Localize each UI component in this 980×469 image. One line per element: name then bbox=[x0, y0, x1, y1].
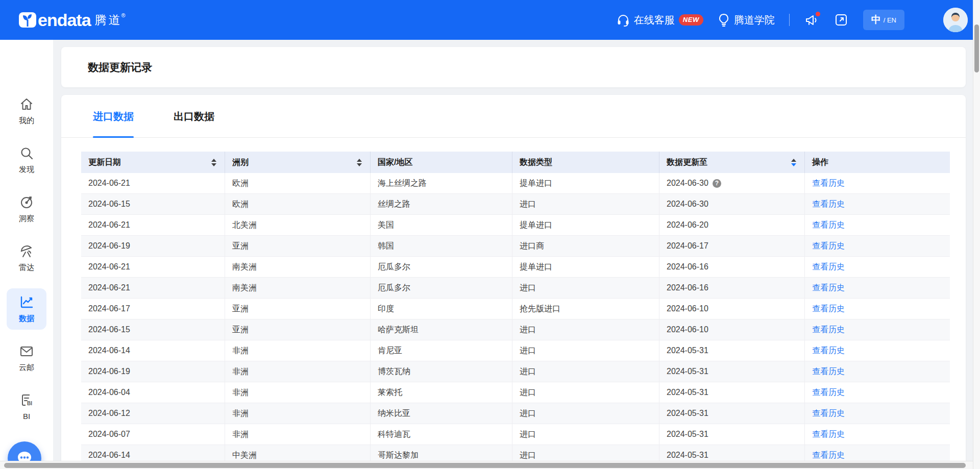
cell-text: 肯尼亚 bbox=[378, 345, 402, 356]
sort-arrows[interactable] bbox=[211, 159, 216, 166]
sidebar-item-我的[interactable]: 我的 bbox=[7, 97, 46, 126]
cell-text: 进口 bbox=[520, 283, 536, 293]
sidebar-item-云邮[interactable]: 云邮 bbox=[7, 344, 46, 373]
tab-export-data[interactable]: 出口数据 bbox=[174, 95, 214, 138]
view-history-link[interactable]: 查看历史 bbox=[812, 450, 845, 461]
cell-continent: 亚洲 bbox=[225, 319, 371, 340]
view-history-link[interactable]: 查看历史 bbox=[812, 429, 845, 440]
cell-text: 2024-06-16 bbox=[667, 283, 708, 292]
sidebar-item-label: 发现 bbox=[7, 165, 46, 175]
help-tooltip-icon[interactable]: ? bbox=[713, 179, 721, 188]
cell-text: 南美洲 bbox=[232, 262, 257, 273]
view-history-link[interactable]: 查看历史 bbox=[812, 366, 845, 377]
headset-icon bbox=[617, 13, 630, 27]
view-history-link[interactable]: 查看历史 bbox=[812, 408, 845, 419]
column-header-数据类型: 数据类型 bbox=[512, 152, 659, 173]
cell-data-type: 进口 bbox=[512, 340, 659, 361]
announcement-button[interactable] bbox=[804, 12, 819, 28]
cell-text: 亚洲 bbox=[232, 241, 249, 252]
cell-update-date: 2024-06-15 bbox=[81, 194, 225, 214]
cell-continent: 非洲 bbox=[225, 340, 371, 361]
table-row: 2024-06-21南美洲厄瓜多尔提单进口2024-06-16查看历史 bbox=[81, 257, 950, 278]
language-toggle[interactable]: 中 / EN bbox=[863, 10, 904, 30]
cell-action: 查看历史 bbox=[805, 403, 950, 424]
cell-text: 厄瓜多尔 bbox=[378, 283, 410, 293]
horizontal-scrollbar-thumb[interactable] bbox=[4, 463, 966, 468]
cell-updated-to: 2024-06-16 bbox=[659, 257, 805, 277]
cell-text: 亚洲 bbox=[232, 304, 249, 314]
view-history-link[interactable]: 查看历史 bbox=[812, 178, 845, 189]
sidebar-item-数据[interactable]: 数据 bbox=[7, 288, 46, 330]
sidebar-item-label: 数据 bbox=[7, 314, 46, 324]
cell-text: 科特迪瓦 bbox=[378, 429, 410, 440]
cell-text: 进口 bbox=[520, 325, 536, 335]
online-service-nav[interactable]: 在线客服 NEW bbox=[617, 13, 703, 27]
view-history-link[interactable]: 查看历史 bbox=[812, 387, 845, 398]
column-header-数据更新至[interactable]: 数据更新至 bbox=[659, 152, 805, 173]
column-header-label: 操作 bbox=[812, 157, 828, 168]
view-history-link[interactable]: 查看历史 bbox=[812, 304, 845, 314]
tendata-logo[interactable]: endata 腾道® bbox=[18, 0, 128, 40]
language-zh: 中 bbox=[871, 13, 881, 27]
cell-updated-to: 2024-05-31 bbox=[659, 403, 805, 424]
cell-text: 2024-06-30 bbox=[667, 200, 708, 209]
cell-text: 提单进口 bbox=[520, 178, 552, 189]
sidebar-item-发现[interactable]: 发现 bbox=[7, 146, 46, 175]
cell-action: 查看历史 bbox=[805, 215, 950, 235]
view-history-link[interactable]: 查看历史 bbox=[812, 220, 845, 231]
tendata-logo-icon bbox=[18, 11, 37, 29]
cell-text: 2024-06-07 bbox=[88, 430, 130, 439]
cell-text: 南美洲 bbox=[232, 283, 257, 293]
cell-continent: 亚洲 bbox=[225, 299, 371, 319]
sidebar-item-label: 我的 bbox=[7, 116, 46, 126]
view-history-link[interactable]: 查看历史 bbox=[812, 262, 845, 273]
data-records-card: 进口数据 出口数据 更新日期洲别国家/地区数据类型数据更新至操作 2024-06… bbox=[61, 95, 966, 469]
column-header-更新日期[interactable]: 更新日期 bbox=[81, 152, 225, 173]
user-avatar[interactable] bbox=[943, 8, 968, 32]
table-row: 2024-06-14非洲肯尼亚进口2024-05-31查看历史 bbox=[81, 340, 950, 361]
sort-arrows[interactable] bbox=[791, 159, 796, 166]
cell-update-date: 2024-06-14 bbox=[81, 340, 225, 361]
view-history-link[interactable]: 查看历史 bbox=[812, 199, 845, 210]
cell-updated-to: 2024-05-31 bbox=[659, 340, 805, 361]
column-header-洲别[interactable]: 洲别 bbox=[225, 152, 371, 173]
cell-text: 韩国 bbox=[378, 241, 394, 252]
fullscreen-button[interactable] bbox=[834, 12, 849, 28]
table-row: 2024-06-21南美洲厄瓜多尔进口2024-06-16查看历史 bbox=[81, 278, 950, 299]
view-history-link[interactable]: 查看历史 bbox=[812, 325, 845, 335]
cell-text: 进口 bbox=[520, 429, 536, 440]
cell-data-type: 进口商 bbox=[512, 236, 659, 256]
cell-country: 厄瓜多尔 bbox=[371, 257, 512, 277]
cell-data-type: 进口 bbox=[512, 194, 659, 214]
cell-updated-to: 2024-05-31 bbox=[659, 361, 805, 382]
table-row: 2024-06-19非洲博茨瓦纳进口2024-05-31查看历史 bbox=[81, 361, 950, 382]
academy-nav[interactable]: 腾道学院 bbox=[718, 13, 775, 27]
view-history-link[interactable]: 查看历史 bbox=[812, 283, 845, 293]
sort-arrows[interactable] bbox=[357, 159, 362, 166]
tab-import-data[interactable]: 进口数据 bbox=[93, 95, 134, 138]
top-bar: endata 腾道® 在线客服 NEW 腾道学院 bbox=[0, 0, 980, 40]
cell-data-type: 进口 bbox=[512, 403, 659, 424]
column-header-操作: 操作 bbox=[805, 152, 950, 173]
cell-text: 博茨瓦纳 bbox=[378, 366, 410, 377]
cell-text: 2024-06-30 bbox=[667, 179, 708, 188]
cell-updated-to: 2024-06-30? bbox=[659, 173, 805, 193]
sidebar-item-BI[interactable]: BIBI bbox=[7, 393, 46, 421]
cell-continent: 亚洲 bbox=[225, 236, 371, 256]
cell-data-type: 提单进口 bbox=[512, 257, 659, 277]
cell-text: 2024-06-21 bbox=[88, 262, 130, 271]
cell-update-date: 2024-06-19 bbox=[81, 361, 225, 382]
sort-descending-icon bbox=[791, 163, 796, 166]
cell-text: 美国 bbox=[378, 220, 394, 231]
cell-text: 2024-06-14 bbox=[88, 346, 130, 355]
view-history-link[interactable]: 查看历史 bbox=[812, 241, 845, 252]
cell-text: 2024-06-10 bbox=[667, 325, 708, 334]
cell-text: 欧洲 bbox=[232, 199, 249, 210]
sidebar-item-雷达[interactable]: 雷达 bbox=[7, 244, 46, 273]
sidebar-item-洞察[interactable]: 洞察 bbox=[7, 195, 46, 224]
vertical-scrollbar-thumb[interactable] bbox=[974, 24, 979, 72]
cell-action: 查看历史 bbox=[805, 361, 950, 382]
cell-update-date: 2024-06-21 bbox=[81, 278, 225, 298]
cell-text: 提单进口 bbox=[520, 262, 552, 273]
view-history-link[interactable]: 查看历史 bbox=[812, 345, 845, 356]
